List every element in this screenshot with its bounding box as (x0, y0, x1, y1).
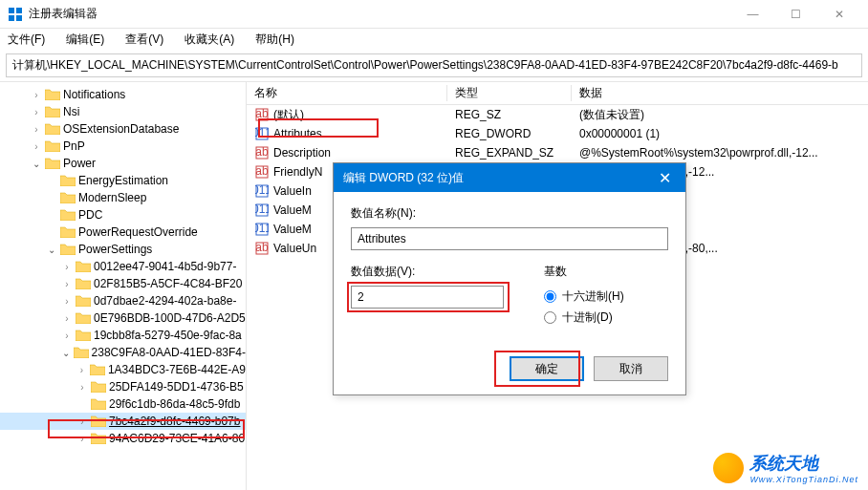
folder-icon (60, 174, 76, 187)
tree-node[interactable]: PDC (0, 206, 246, 224)
tree-node[interactable]: ›PnP (0, 138, 246, 155)
tree-node[interactable]: ›7bc4a2f9-d8fc-4469-b07b (0, 413, 246, 430)
radio-hex-row[interactable]: 十六进制(H) (544, 286, 668, 307)
twisty-closed-icon[interactable]: › (61, 262, 73, 272)
twisty-closed-icon[interactable]: › (76, 382, 88, 393)
minimize-button[interactable]: — (731, 0, 774, 29)
value-name: ValueM (273, 203, 312, 217)
tree-label: 238C9FA8-0AAD-41ED-83F4- (92, 346, 246, 359)
tree-node[interactable]: 29f6c1db-86da-48c5-9fdb (0, 395, 246, 413)
base-label: 基数 (544, 264, 668, 280)
tree-label: 0E796BDB-100D-47D6-A2D5 (94, 311, 246, 325)
twisty-closed-icon[interactable]: › (31, 107, 42, 117)
tree-node[interactable]: ›Nsi (0, 103, 246, 120)
radio-dec-label: 十进制(D) (562, 309, 613, 326)
radio-dec-row[interactable]: 十进制(D) (544, 307, 668, 328)
tree-node[interactable]: ⌄Power (0, 155, 246, 172)
tree-node[interactable]: ›OSExtensionDatabase (0, 120, 246, 138)
tree-node[interactable]: ›0E796BDB-100D-47D6-A2D5 (0, 309, 246, 327)
value-name-label: 数值名称(N): (351, 205, 668, 222)
twisty-closed-icon[interactable]: › (31, 90, 42, 100)
value-name: ValueUn (273, 242, 316, 255)
twisty-closed-icon[interactable]: › (76, 434, 88, 444)
tree-label: 29f6c1db-86da-48c5-9fdb (109, 397, 240, 411)
value-name-input[interactable] (351, 227, 668, 250)
folder-icon (91, 380, 106, 394)
svg-text:011: 011 (255, 184, 269, 197)
app-icon (8, 7, 23, 22)
menu-help[interactable]: 帮助(H) (251, 32, 298, 48)
list-row[interactable]: 011AttributesREG_DWORD0x00000001 (1) (247, 124, 868, 143)
twisty-closed-icon[interactable]: › (61, 330, 73, 341)
dialog-close-button[interactable]: ✕ (643, 163, 685, 192)
col-header-name[interactable]: 名称 (247, 85, 447, 101)
folder-icon (91, 432, 106, 445)
tree-node[interactable]: ⌄PowerSettings (0, 241, 246, 258)
tree-label: 1A34BDC3-7E6B-442E-A9 (108, 363, 246, 376)
list-row[interactable]: ab(默认)REG_SZ(数值未设置) (247, 105, 868, 124)
twisty-closed-icon[interactable]: › (61, 313, 73, 324)
window-title: 注册表编辑器 (29, 6, 731, 22)
tree-node[interactable]: ModernSleep (0, 189, 246, 206)
twisty-open-icon[interactable]: ⌄ (46, 245, 57, 255)
twisty-closed-icon[interactable]: › (76, 365, 87, 375)
value-type: REG_EXPAND_SZ (447, 146, 572, 160)
tree-node[interactable]: ›94AC6D29-73CE-41A6-80 (0, 430, 246, 447)
close-button[interactable]: ✕ (817, 0, 860, 29)
folder-icon (45, 157, 60, 170)
tree-label: 0d7dbae2-4294-402a-ba8e- (94, 294, 236, 308)
twisty-closed-icon[interactable]: › (76, 416, 88, 427)
value-name: FriendlyN (273, 165, 322, 179)
svg-rect-1 (16, 8, 22, 13)
tree-node[interactable]: ›02F815B5-A5CF-4C84-BF20 (0, 275, 246, 292)
value-name: Description (273, 146, 331, 160)
radio-dec[interactable] (544, 311, 556, 324)
value-name: ValueIn (273, 184, 312, 198)
folder-icon (45, 122, 60, 136)
watermark-url: Www.XiTongTianDi.Net (749, 475, 858, 484)
cancel-button[interactable]: 取消 (594, 356, 668, 381)
value-name: Attributes (273, 127, 322, 140)
twisty-closed-icon[interactable]: › (61, 296, 73, 307)
tree-node[interactable]: ›25DFA149-5DD1-4736-B5 (0, 378, 246, 395)
tree-node[interactable]: EnergyEstimation (0, 172, 246, 189)
radio-hex[interactable] (544, 290, 556, 303)
folder-icon (76, 260, 91, 273)
twisty-open-icon[interactable]: ⌄ (61, 348, 71, 358)
radio-hex-label: 十六进制(H) (562, 288, 624, 305)
menu-edit[interactable]: 编辑(E) (62, 32, 108, 48)
svg-rect-3 (16, 15, 22, 21)
tree-label: 19cbb8fa-5279-450e-9fac-8a (94, 329, 242, 342)
tree-node[interactable]: ›19cbb8fa-5279-450e-9fac-8a (0, 327, 246, 344)
tree-label: PowerRequestOverride (78, 225, 198, 239)
twisty-open-icon[interactable]: ⌄ (31, 159, 42, 169)
tree-label: 02F815B5-A5CF-4C84-BF20 (94, 277, 242, 290)
svg-text:ab: ab (255, 242, 269, 254)
col-header-data[interactable]: 数据 (572, 85, 868, 101)
value-data-input[interactable] (351, 286, 504, 309)
tree-node[interactable]: ›0d7dbae2-4294-402a-ba8e- (0, 292, 246, 309)
tree-node[interactable]: ›1A34BDC3-7E6B-442E-A9 (0, 361, 246, 378)
twisty-closed-icon[interactable]: › (31, 141, 42, 152)
dialog-title-bar[interactable]: 编辑 DWORD (32 位)值 ✕ (334, 163, 685, 192)
tree-label: 0012ee47-9041-4b5d-9b77- (94, 260, 236, 273)
col-header-type[interactable]: 类型 (447, 85, 572, 101)
list-row[interactable]: abDescriptionREG_EXPAND_SZ@%SystemRoot%\… (247, 143, 868, 162)
twisty-closed-icon[interactable]: › (31, 124, 42, 135)
menu-favorites[interactable]: 收藏夹(A) (181, 32, 238, 48)
tree-node[interactable]: ›0012ee47-9041-4b5d-9b77- (0, 258, 246, 275)
tree-node[interactable]: PowerRequestOverride (0, 224, 246, 241)
tree-node[interactable]: ›Notifications (0, 86, 246, 103)
menu-view[interactable]: 查看(V) (121, 32, 167, 48)
address-bar[interactable]: 计算机\HKEY_LOCAL_MACHINE\SYSTEM\CurrentCon… (6, 53, 862, 77)
title-bar: 注册表编辑器 — ☐ ✕ (0, 0, 868, 29)
tree-pane[interactable]: ›Notifications›Nsi›OSExtensionDatabase›P… (0, 82, 247, 490)
ok-button[interactable]: 确定 (510, 356, 584, 381)
maximize-button[interactable]: ☐ (774, 0, 817, 29)
tree-node[interactable]: ⌄238C9FA8-0AAD-41ED-83F4- (0, 344, 246, 361)
menu-file[interactable]: 文件(F) (4, 32, 49, 48)
tree-label: Nsi (63, 105, 79, 118)
twisty-closed-icon[interactable]: › (61, 279, 73, 289)
svg-text:ab: ab (255, 146, 269, 159)
tree-label: 94AC6D29-73CE-41A6-80 (109, 432, 245, 445)
